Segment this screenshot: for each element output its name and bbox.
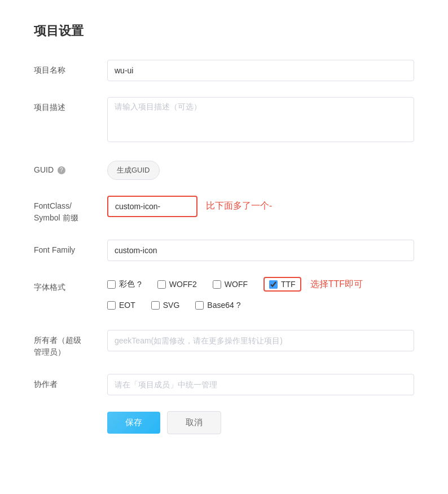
checkbox-eot-input[interactable] — [107, 301, 116, 310]
ttf-annotation: 选择TTF即可 — [310, 279, 363, 290]
fontclass-input[interactable] — [107, 196, 197, 217]
checkbox-base64-label: Base64 — [207, 301, 234, 310]
guid-label: GUID ? — [34, 160, 107, 176]
fontformat-row: 字体格式 彩色 ? WOFF2 — [34, 277, 414, 314]
owner-label: 所有者（超级 管理员） — [34, 330, 107, 358]
checkbox-color-input[interactable] — [107, 280, 116, 289]
collaborator-input[interactable] — [107, 374, 414, 395]
fontfamily-row: Font Family — [34, 240, 414, 261]
checkbox-svg-input[interactable] — [151, 301, 160, 310]
checkbox-woff[interactable]: WOFF — [213, 280, 248, 289]
project-name-input[interactable] — [107, 60, 414, 81]
cancel-button[interactable]: 取消 — [167, 411, 221, 434]
fontclass-row: FontClass/ Symbol 前缀 比下面多了一个- — [34, 196, 414, 224]
project-desc-label: 项目描述 — [34, 97, 107, 113]
owner-row: 所有者（超级 管理员） — [34, 330, 414, 358]
checkbox-row-2: EOT SVG Base64 ? — [107, 301, 414, 310]
guid-control: 生成GUID — [107, 160, 414, 180]
checkbox-woff2-input[interactable] — [157, 280, 166, 289]
project-desc-row: 项目描述 — [34, 97, 414, 144]
collaborator-control — [107, 374, 414, 395]
collaborator-row: 协作者 — [34, 374, 414, 395]
project-desc-control — [107, 97, 414, 144]
project-name-label: 项目名称 — [34, 60, 107, 76]
fontfamily-input[interactable] — [107, 240, 414, 261]
checkbox-color[interactable]: 彩色 ? — [107, 279, 142, 289]
checkbox-ttf-label: TTF — [281, 280, 296, 289]
checkbox-row-1: 彩色 ? WOFF2 WOFF — [107, 277, 414, 292]
settings-page: 项目设置 项目名称 项目描述 GUID ? 生成GUID FontClass/ … — [0, 0, 448, 494]
generate-guid-button[interactable]: 生成GUID — [107, 161, 160, 180]
owner-input[interactable] — [107, 330, 414, 351]
checkbox-eot-label: EOT — [119, 301, 135, 310]
fontclass-annotation: 比下面多了一个- — [206, 200, 272, 212]
base64-help-icon[interactable]: ? — [236, 301, 241, 310]
buttons-row: 保存 取消 — [107, 411, 414, 434]
fontclass-label: FontClass/ Symbol 前缀 — [34, 196, 107, 224]
checkbox-woff2-label: WOFF2 — [169, 280, 197, 289]
project-desc-textarea[interactable] — [107, 97, 414, 142]
checkbox-color-label: 彩色 — [119, 279, 135, 289]
checkbox-group: 彩色 ? WOFF2 WOFF — [107, 277, 414, 314]
fontformat-label: 字体格式 — [34, 277, 107, 293]
color-help-icon[interactable]: ? — [137, 280, 142, 289]
checkbox-svg-label: SVG — [163, 301, 180, 310]
owner-control — [107, 330, 414, 351]
project-name-control — [107, 60, 414, 81]
fontformat-control: 彩色 ? WOFF2 WOFF — [107, 277, 414, 314]
fontclass-control: 比下面多了一个- — [107, 196, 414, 217]
guid-help-icon[interactable]: ? — [58, 166, 65, 174]
checkbox-base64-input[interactable] — [195, 301, 204, 310]
page-title: 项目设置 — [34, 23, 414, 39]
checkbox-woff2[interactable]: WOFF2 — [157, 280, 197, 289]
save-button[interactable]: 保存 — [107, 412, 160, 434]
fontfamily-control — [107, 240, 414, 261]
project-name-row: 项目名称 — [34, 60, 414, 81]
guid-row: GUID ? 生成GUID — [34, 160, 414, 180]
checkbox-woff-input[interactable] — [213, 280, 221, 289]
checkbox-base64[interactable]: Base64 ? — [195, 301, 240, 310]
fontfamily-label: Font Family — [34, 240, 107, 256]
collaborator-label: 协作者 — [34, 374, 107, 390]
checkbox-ttf-input[interactable] — [269, 280, 278, 289]
checkbox-ttf[interactable]: TTF — [263, 277, 301, 292]
checkbox-svg[interactable]: SVG — [151, 301, 180, 310]
checkbox-woff-label: WOFF — [225, 280, 248, 289]
checkbox-eot[interactable]: EOT — [107, 301, 135, 310]
